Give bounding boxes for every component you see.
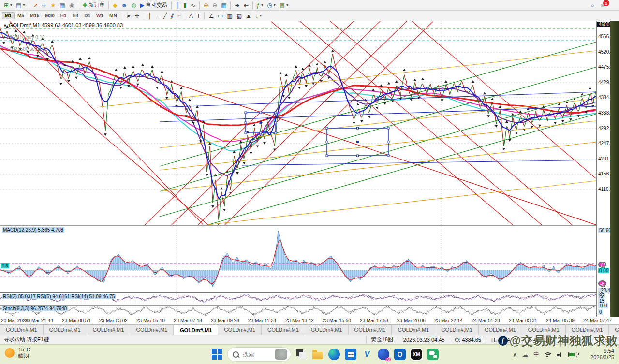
taskbar-search[interactable] xyxy=(227,347,291,362)
chart-tab[interactable]: GOLDm#,M1 xyxy=(305,325,349,335)
timeframe-w1[interactable]: W1 xyxy=(93,12,106,19)
market-watch-button[interactable]: ↗ xyxy=(31,1,40,9)
rsi-label[interactable]: RSI(2) 85.0317 RSI(5) 94.6161 RSI(14) 51… xyxy=(2,294,116,299)
zoom-out-button[interactable]: ⊖ xyxy=(210,1,219,9)
cursor-tool[interactable]: ➤ xyxy=(124,12,133,20)
weather-widget[interactable]: 15°C 晴朗 xyxy=(5,347,30,359)
taskbar-clock[interactable]: 9:54 2026/3/25 xyxy=(590,348,614,361)
timeframe-m15[interactable]: M15 xyxy=(27,12,42,19)
start-button[interactable] xyxy=(211,348,223,361)
chart-tab[interactable]: GOLDm#,M1 xyxy=(262,325,305,335)
line-chart-button[interactable]: ∿ xyxy=(189,1,197,9)
onedrive-cloud-icon[interactable]: ☁ xyxy=(522,351,528,358)
chart-tab[interactable]: GOLDm#,M1 xyxy=(566,325,609,335)
taskbar-app-outlook[interactable]: O xyxy=(394,348,406,361)
chart-tab[interactable]: GOLDm#,M1 xyxy=(130,325,174,335)
hatch-tool[interactable]: ▥ xyxy=(225,12,235,20)
chart-tab[interactable]: GOLDm#,M1 xyxy=(435,325,479,335)
candle-chart-button[interactable]: ▮ xyxy=(181,1,189,9)
rect-resize-handle xyxy=(387,127,389,129)
stoch-label[interactable]: Stoch(9,3,3) 96.2574 94.7948 xyxy=(2,306,68,311)
fractal-down-arrow-icon xyxy=(410,99,413,101)
chart-tab[interactable]: GOLDm#,M1 xyxy=(392,325,435,335)
taskbar-app-v[interactable]: V xyxy=(361,348,373,361)
chart-window[interactable]: ▼ GOLDm#,M1 4599.63 4601.03 4599.36 4600… xyxy=(0,21,596,317)
macd-label[interactable]: MACD(12,26,9) 5.365 4.708 xyxy=(2,227,64,233)
metaeditor-button[interactable]: ◆ xyxy=(111,1,119,9)
arrows-tool[interactable]: ↕▾ xyxy=(253,12,264,20)
chart-tab[interactable]: GOLDm#,M1 xyxy=(479,325,522,335)
text-tool[interactable]: A xyxy=(187,12,195,20)
favorites-button[interactable]: ★ xyxy=(49,1,58,9)
chart-tab[interactable]: GOLDm#,M1 xyxy=(609,325,619,335)
timeframe-m5[interactable]: M5 xyxy=(15,12,27,19)
vertical-line-tool[interactable]: │ xyxy=(146,12,154,20)
price-chart[interactable] xyxy=(0,21,596,225)
new-chart-button[interactable]: ⊞▾ xyxy=(2,1,14,9)
red-descending-5 xyxy=(330,21,572,225)
taskbar-app-wechat[interactable] xyxy=(427,348,439,361)
fractal-down-arrow-icon xyxy=(515,132,518,134)
chart-tab[interactable]: GOLDm#,M1 xyxy=(87,325,131,335)
tile-windows-button[interactable]: ▦ xyxy=(219,1,228,9)
label-tool[interactable]: T xyxy=(195,12,202,20)
ime-indicator[interactable]: 中 xyxy=(533,350,539,359)
chart-tab[interactable]: GOLDm#,M1 xyxy=(44,325,87,335)
timeframe-h1[interactable]: H1 xyxy=(58,12,70,19)
trendline-tool[interactable]: ╱ xyxy=(162,12,169,20)
taskbar-app-xm-active[interactable]: XM xyxy=(410,348,423,361)
fibonacci-tool[interactable]: ≡ xyxy=(176,12,183,20)
search-button[interactable]: ⌕ xyxy=(589,1,596,9)
chart-tab[interactable]: GOLDm#,M1 xyxy=(522,325,566,335)
periods-button[interactable]: ◷▾ xyxy=(265,1,278,9)
alerts-button[interactable]: ◙1 xyxy=(599,1,614,9)
taskbar-app-edge[interactable] xyxy=(328,348,340,361)
crosshair-tool[interactable]: ✛ xyxy=(133,12,142,20)
chart-tab[interactable]: GOLDm#,M1 xyxy=(0,325,44,335)
taskbar-app-file-explorer[interactable] xyxy=(311,348,324,361)
wifi-icon[interactable] xyxy=(545,352,551,357)
rectangle-tool-icon: ▭ xyxy=(218,13,223,19)
taskbar-app-store[interactable] xyxy=(344,348,357,361)
collapse-triangle-icon[interactable]: ▼ xyxy=(3,23,7,28)
time-axis[interactable]: 20 Mar 202620 Mar 21:4423 Mar 00:5423 Ma… xyxy=(0,317,619,325)
stoch-panel[interactable] xyxy=(0,306,596,316)
channel-tool[interactable]: ∥ xyxy=(169,12,176,20)
community-button[interactable]: ☻ xyxy=(119,1,129,9)
chart-tab[interactable]: GOLDm#,M1 xyxy=(174,325,218,335)
data-window-button[interactable]: ▦ xyxy=(58,1,67,9)
profiles-button[interactable]: ▤▾ xyxy=(14,1,27,9)
bar-chart-button[interactable]: ║ xyxy=(174,1,182,9)
market-watch-button-icon: ↗ xyxy=(33,2,38,9)
speaker-icon[interactable] xyxy=(557,352,563,357)
dropdown-caret-icon: ▾ xyxy=(274,3,276,7)
taskbar-app-photos[interactable] xyxy=(295,348,308,361)
timeframe-mn[interactable]: MN xyxy=(106,12,120,19)
indicators-button[interactable]: ƒ▾ xyxy=(255,1,265,9)
auto-scroll-button[interactable]: ⇥ xyxy=(233,1,241,9)
macd-panel[interactable] xyxy=(0,226,596,292)
strategy-tester-button[interactable]: ◉ xyxy=(67,1,76,9)
horizontal-line-tool[interactable]: ─ xyxy=(153,12,162,20)
autotrading-button[interactable]: ▶自动交易 xyxy=(138,1,169,9)
zoom-in-button[interactable]: ⊕ xyxy=(202,1,210,9)
news-button[interactable]: ◍ xyxy=(129,1,138,9)
timeframe-m1[interactable]: M1 xyxy=(2,12,15,19)
pattern-tool[interactable]: ▧ xyxy=(235,12,244,20)
timeframe-h4[interactable]: H4 xyxy=(70,12,82,19)
search-input[interactable] xyxy=(242,350,272,358)
new-order-button[interactable]: ✚新订单 xyxy=(80,1,106,9)
chart-shift-button[interactable]: ⇤ xyxy=(242,1,251,9)
chart-tab[interactable]: GOLDm#,M1 xyxy=(218,325,262,335)
battery-icon[interactable] xyxy=(568,352,577,357)
timeframe-m30[interactable]: M30 xyxy=(42,12,57,19)
triangle-tool[interactable]: ▲ xyxy=(244,12,253,20)
taskbar-app-ai[interactable]: AI xyxy=(377,348,390,361)
navigator-button[interactable]: ✛ xyxy=(40,1,49,9)
rectangle-tool[interactable]: ▭ xyxy=(216,12,225,20)
templates-button[interactable]: ▩▾ xyxy=(278,1,290,9)
chart-tab[interactable]: GOLDm#,M1 xyxy=(349,325,392,335)
angle-tool[interactable]: ∠ xyxy=(206,12,216,20)
tray-chevron-icon[interactable]: ∧ xyxy=(513,351,517,358)
timeframe-d1[interactable]: D1 xyxy=(81,12,93,19)
